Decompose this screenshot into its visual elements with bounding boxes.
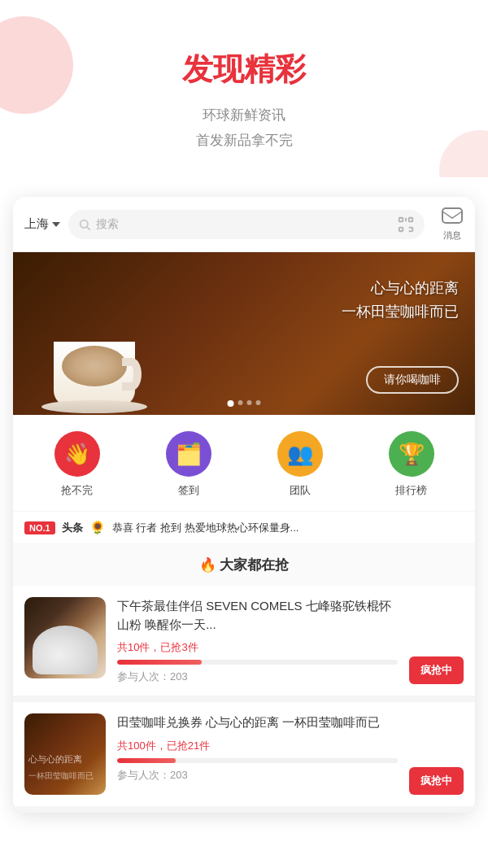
- product-card-1[interactable]: 下午茶最佳伴侣 SEVEN COMELS 七峰骆驼铁棍怀山粉 唤醒你一天... …: [13, 586, 475, 702]
- action-team[interactable]: 👥 团队: [277, 431, 323, 498]
- product-stats-2: 共100件，已抢21件: [117, 739, 398, 753]
- product-image-1: [24, 597, 106, 678]
- product-stats-1: 共10件，已抢3件: [117, 640, 398, 655]
- product-name-2: 田莹咖啡兑换券 心与心的距离 一杯田莹咖啡而已: [117, 713, 398, 732]
- headline-label: 头条: [62, 521, 83, 535]
- banner-cup-decoration: [37, 293, 151, 407]
- svg-rect-3: [409, 217, 413, 221]
- participants-2: 参与人次：203: [117, 768, 398, 783]
- participants-1: 参与人次：203: [117, 670, 398, 684]
- progress-bar-1: [117, 660, 398, 665]
- banner-text: 心与心的距离 一杯田莹咖啡而已: [342, 277, 459, 324]
- grab-icon: 👋: [54, 431, 100, 477]
- no1-badge: NO.1: [24, 521, 55, 534]
- product-info-1: 下午茶最佳伴侣 SEVEN COMELS 七峰骆驼铁棍怀山粉 唤醒你一天... …: [117, 597, 398, 684]
- hero-title: 发现精彩: [0, 49, 488, 90]
- dot-2: [238, 400, 243, 405]
- message-label: 消息: [443, 229, 461, 242]
- progress-fill-2: [117, 758, 176, 763]
- sunflower-icon: 🌻: [89, 520, 106, 535]
- search-icon: [78, 218, 91, 231]
- action-ranking[interactable]: 🏆 排行榜: [389, 431, 434, 498]
- scan-icon[interactable]: [397, 216, 415, 233]
- location-button[interactable]: 上海: [24, 216, 60, 232]
- svg-rect-4: [399, 227, 403, 231]
- search-placeholder: 搜索: [96, 217, 119, 232]
- news-bar: NO.1 头条 🌻 恭喜 行者 抢到 热爱地球热心环保量身...: [13, 511, 475, 544]
- message-icon: [441, 207, 464, 228]
- svg-line-1: [87, 227, 90, 230]
- app-header: 上海 搜索 消息: [13, 197, 475, 252]
- quick-actions: 👋 抢不完 🗂️ 签到 👥 团队 🏆 排行榜: [13, 415, 475, 511]
- search-bar[interactable]: 搜索: [68, 210, 425, 239]
- progress-bar-2: [117, 758, 398, 763]
- message-button[interactable]: 消息: [441, 207, 464, 242]
- svg-point-0: [81, 220, 88, 227]
- action-checkin[interactable]: 🗂️ 签到: [166, 431, 211, 498]
- svg-rect-10: [442, 208, 462, 223]
- banner-area: 心与心的距离 一杯田莹咖啡而已 请你喝咖啡: [13, 252, 475, 415]
- product-name-1: 下午茶最佳伴侣 SEVEN COMELS 七峰骆驼铁棍怀山粉 唤醒你一天...: [117, 597, 398, 634]
- dot-1: [228, 400, 234, 407]
- section-title: 🔥 大家都在抢: [199, 557, 290, 573]
- product-card-2[interactable]: 田莹咖啡兑换券 心与心的距离 一杯田莹咖啡而已 共100件，已抢21件 参与人次…: [13, 702, 475, 813]
- dot-4: [256, 400, 261, 405]
- ranking-icon: 🏆: [389, 431, 434, 477]
- action-grab[interactable]: 👋 抢不完: [54, 431, 100, 498]
- banner-button[interactable]: 请你喝咖啡: [366, 366, 459, 394]
- app-card: 上海 搜索 消息: [13, 197, 475, 813]
- checkin-icon: 🗂️: [166, 431, 211, 477]
- news-text: 恭喜 行者 抢到 热爱地球热心环保量身...: [112, 521, 464, 535]
- product-info-2: 田莹咖啡兑换券 心与心的距离 一杯田莹咖啡而已 共100件，已抢21件 参与人次…: [117, 713, 398, 783]
- dot-3: [247, 400, 252, 405]
- product-image-2: [24, 713, 106, 795]
- team-icon: 👥: [277, 431, 323, 477]
- grab-button-1[interactable]: 疯抢中: [409, 656, 464, 684]
- grab-button-2[interactable]: 疯抢中: [409, 767, 464, 795]
- hot-section-header: 🔥 大家都在抢: [13, 544, 475, 586]
- hero-section: 发现精彩 环球新鲜资讯 首发新品拿不完: [0, 0, 488, 177]
- hero-subtitle: 环球新鲜资讯 首发新品拿不完: [0, 103, 488, 153]
- progress-fill-1: [117, 660, 202, 665]
- svg-rect-2: [399, 217, 403, 221]
- banner-dots: [228, 400, 261, 407]
- chevron-down-icon: [52, 222, 60, 227]
